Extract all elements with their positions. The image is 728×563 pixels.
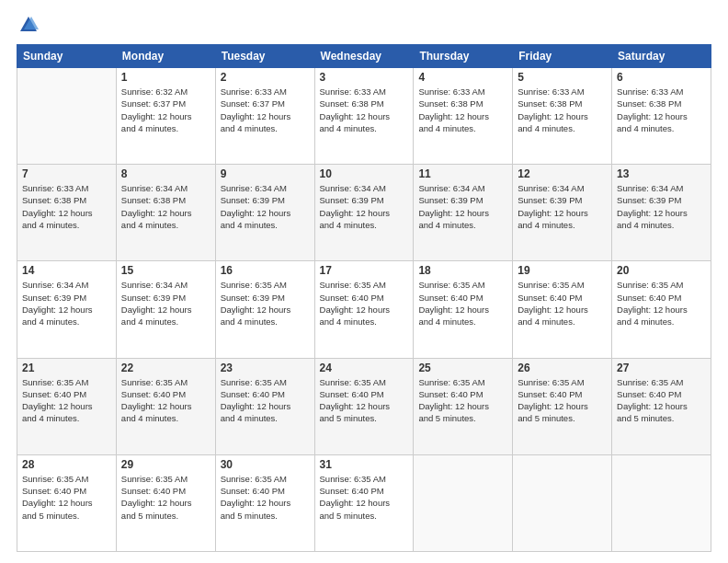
calendar-cell: 29Sunrise: 6:35 AMSunset: 6:40 PMDayligh…: [116, 454, 215, 551]
calendar-header-row: SundayMondayTuesdayWednesdayThursdayFrid…: [17, 45, 711, 68]
day-number: 12: [518, 167, 607, 180]
calendar-cell: 30Sunrise: 6:35 AMSunset: 6:40 PMDayligh…: [215, 454, 314, 551]
calendar-cell: 15Sunrise: 6:34 AMSunset: 6:39 PMDayligh…: [116, 261, 215, 358]
day-number: 14: [22, 264, 111, 277]
calendar-cell: 9Sunrise: 6:34 AMSunset: 6:39 PMDaylight…: [215, 165, 314, 261]
day-number: 20: [617, 264, 706, 277]
day-number: 2: [221, 71, 310, 84]
day-info: Sunrise: 6:35 AMSunset: 6:40 PMDaylight:…: [221, 473, 310, 522]
day-number: 4: [418, 71, 507, 84]
calendar-header-sunday: Sunday: [17, 45, 117, 68]
day-info: Sunrise: 6:35 AMSunset: 6:39 PMDaylight:…: [221, 279, 310, 327]
header: [17, 15, 711, 35]
calendar-cell: [414, 454, 513, 551]
calendar-cell: 10Sunrise: 6:34 AMSunset: 6:39 PMDayligh…: [314, 165, 414, 261]
day-number: 22: [121, 362, 210, 374]
day-info: Sunrise: 6:32 AMSunset: 6:37 PMDaylight:…: [121, 86, 210, 134]
calendar-table: SundayMondayTuesdayWednesdayThursdayFrid…: [17, 44, 711, 552]
calendar-cell: 17Sunrise: 6:35 AMSunset: 6:40 PMDayligh…: [314, 261, 414, 358]
day-number: 28: [22, 458, 111, 471]
day-number: 8: [121, 167, 210, 180]
calendar-cell: 16Sunrise: 6:35 AMSunset: 6:39 PMDayligh…: [215, 261, 314, 358]
calendar-week-row: 28Sunrise: 6:35 AMSunset: 6:40 PMDayligh…: [17, 454, 711, 551]
day-info: Sunrise: 6:33 AMSunset: 6:37 PMDaylight:…: [221, 86, 310, 134]
day-number: 31: [320, 458, 409, 471]
calendar-cell: 18Sunrise: 6:35 AMSunset: 6:40 PMDayligh…: [414, 261, 513, 358]
day-number: 10: [320, 167, 409, 180]
day-info: Sunrise: 6:34 AMSunset: 6:39 PMDaylight:…: [221, 182, 310, 231]
page: SundayMondayTuesdayWednesdayThursdayFrid…: [0, 0, 728, 563]
calendar-cell: 21Sunrise: 6:35 AMSunset: 6:40 PMDayligh…: [17, 358, 117, 454]
calendar-week-row: 14Sunrise: 6:34 AMSunset: 6:39 PMDayligh…: [17, 261, 711, 358]
logo: [17, 15, 39, 35]
calendar-cell: 20Sunrise: 6:35 AMSunset: 6:40 PMDayligh…: [612, 261, 711, 358]
calendar-header-thursday: Thursday: [414, 45, 513, 68]
day-info: Sunrise: 6:34 AMSunset: 6:39 PMDaylight:…: [418, 182, 507, 231]
calendar-cell: 11Sunrise: 6:34 AMSunset: 6:39 PMDayligh…: [414, 165, 513, 261]
day-info: Sunrise: 6:33 AMSunset: 6:38 PMDaylight:…: [617, 86, 706, 134]
day-number: 19: [518, 264, 607, 277]
calendar-cell: 26Sunrise: 6:35 AMSunset: 6:40 PMDayligh…: [513, 358, 612, 454]
day-number: 18: [418, 264, 507, 277]
day-info: Sunrise: 6:34 AMSunset: 6:39 PMDaylight:…: [617, 182, 706, 231]
calendar-cell: 25Sunrise: 6:35 AMSunset: 6:40 PMDayligh…: [414, 358, 513, 454]
day-info: Sunrise: 6:34 AMSunset: 6:38 PMDaylight:…: [121, 182, 210, 231]
day-info: Sunrise: 6:35 AMSunset: 6:40 PMDaylight:…: [22, 376, 111, 425]
day-info: Sunrise: 6:35 AMSunset: 6:40 PMDaylight:…: [121, 473, 210, 522]
day-info: Sunrise: 6:35 AMSunset: 6:40 PMDaylight:…: [617, 279, 706, 327]
day-info: Sunrise: 6:35 AMSunset: 6:40 PMDaylight:…: [518, 279, 607, 327]
day-info: Sunrise: 6:34 AMSunset: 6:39 PMDaylight:…: [320, 182, 409, 231]
day-info: Sunrise: 6:33 AMSunset: 6:38 PMDaylight:…: [320, 86, 409, 134]
calendar-header-wednesday: Wednesday: [314, 45, 414, 68]
day-number: 26: [518, 362, 607, 374]
day-info: Sunrise: 6:35 AMSunset: 6:40 PMDaylight:…: [617, 376, 706, 425]
calendar-cell: 24Sunrise: 6:35 AMSunset: 6:40 PMDayligh…: [314, 358, 414, 454]
day-number: 15: [121, 264, 210, 277]
calendar-cell: [17, 68, 117, 165]
day-number: 24: [320, 362, 409, 374]
calendar-cell: 14Sunrise: 6:34 AMSunset: 6:39 PMDayligh…: [17, 261, 117, 358]
day-info: Sunrise: 6:35 AMSunset: 6:40 PMDaylight:…: [121, 376, 210, 425]
calendar-cell: 4Sunrise: 6:33 AMSunset: 6:38 PMDaylight…: [414, 68, 513, 165]
day-number: 23: [221, 362, 310, 374]
day-info: Sunrise: 6:34 AMSunset: 6:39 PMDaylight:…: [518, 182, 607, 231]
calendar-week-row: 1Sunrise: 6:32 AMSunset: 6:37 PMDaylight…: [17, 68, 711, 165]
calendar-cell: 2Sunrise: 6:33 AMSunset: 6:37 PMDaylight…: [215, 68, 314, 165]
calendar-week-row: 21Sunrise: 6:35 AMSunset: 6:40 PMDayligh…: [17, 358, 711, 454]
day-number: 9: [221, 167, 310, 180]
day-info: Sunrise: 6:35 AMSunset: 6:40 PMDaylight:…: [221, 376, 310, 425]
calendar-header-saturday: Saturday: [612, 45, 711, 68]
day-info: Sunrise: 6:35 AMSunset: 6:40 PMDaylight:…: [22, 473, 111, 522]
calendar-cell: 23Sunrise: 6:35 AMSunset: 6:40 PMDayligh…: [215, 358, 314, 454]
day-info: Sunrise: 6:35 AMSunset: 6:40 PMDaylight:…: [518, 376, 607, 425]
calendar-cell: 1Sunrise: 6:32 AMSunset: 6:37 PMDaylight…: [116, 68, 215, 165]
day-number: 21: [22, 362, 111, 374]
day-number: 11: [418, 167, 507, 180]
day-info: Sunrise: 6:33 AMSunset: 6:38 PMDaylight:…: [518, 86, 607, 134]
day-info: Sunrise: 6:33 AMSunset: 6:38 PMDaylight:…: [418, 86, 507, 134]
calendar-cell: 5Sunrise: 6:33 AMSunset: 6:38 PMDaylight…: [513, 68, 612, 165]
calendar-cell: 28Sunrise: 6:35 AMSunset: 6:40 PMDayligh…: [17, 454, 117, 551]
calendar-header-monday: Monday: [116, 45, 215, 68]
day-number: 30: [221, 458, 310, 471]
day-info: Sunrise: 6:35 AMSunset: 6:40 PMDaylight:…: [418, 279, 507, 327]
day-number: 29: [121, 458, 210, 471]
calendar-cell: 3Sunrise: 6:33 AMSunset: 6:38 PMDaylight…: [314, 68, 414, 165]
day-info: Sunrise: 6:34 AMSunset: 6:39 PMDaylight:…: [121, 279, 210, 327]
day-number: 13: [617, 167, 706, 180]
day-number: 7: [22, 167, 111, 180]
day-info: Sunrise: 6:35 AMSunset: 6:40 PMDaylight:…: [320, 279, 409, 327]
calendar-cell: 27Sunrise: 6:35 AMSunset: 6:40 PMDayligh…: [612, 358, 711, 454]
day-number: 27: [617, 362, 706, 374]
day-info: Sunrise: 6:35 AMSunset: 6:40 PMDaylight:…: [320, 473, 409, 522]
calendar-cell: 13Sunrise: 6:34 AMSunset: 6:39 PMDayligh…: [612, 165, 711, 261]
calendar-header-friday: Friday: [513, 45, 612, 68]
calendar-cell: 7Sunrise: 6:33 AMSunset: 6:38 PMDaylight…: [17, 165, 117, 261]
day-number: 25: [418, 362, 507, 374]
calendar-cell: 19Sunrise: 6:35 AMSunset: 6:40 PMDayligh…: [513, 261, 612, 358]
day-number: 6: [617, 71, 706, 84]
logo-icon: [18, 15, 39, 35]
calendar-cell: 31Sunrise: 6:35 AMSunset: 6:40 PMDayligh…: [314, 454, 414, 551]
calendar-cell: [513, 454, 612, 551]
calendar-cell: 6Sunrise: 6:33 AMSunset: 6:38 PMDaylight…: [612, 68, 711, 165]
